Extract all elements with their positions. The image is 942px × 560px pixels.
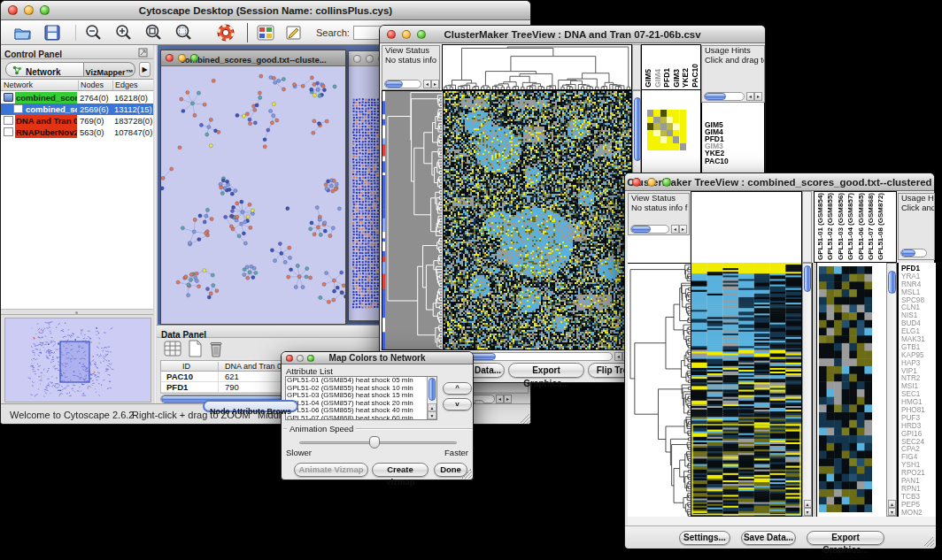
matrix-cell[interactable]	[667, 130, 673, 137]
tab-network[interactable]: Network	[5, 62, 84, 77]
tv1-view-status-scrollbar[interactable]	[384, 80, 439, 88]
tv1-matrix-label[interactable]: PAC10	[705, 157, 729, 165]
matrix-cell[interactable]	[660, 143, 667, 150]
trash-icon[interactable]	[208, 340, 224, 357]
matrix-cell[interactable]	[653, 136, 660, 143]
open-folder-icon[interactable]	[13, 24, 33, 42]
zoom-in-icon[interactable]	[114, 24, 134, 42]
zoom-selected-icon[interactable]	[144, 24, 164, 42]
attribute-item[interactable]: GPL51-07 (GSM868) heat shock 60 min	[287, 415, 413, 420]
node-attribute-browser-tab[interactable]: Node Attribute Brows	[203, 400, 298, 412]
matrix-cell[interactable]	[667, 117, 673, 124]
matrix-cell[interactable]	[673, 136, 679, 143]
tv2-column-label[interactable]: GPL51-02 (GSM855)	[826, 193, 834, 260]
save-data--button[interactable]: Save Data...	[741, 531, 796, 545]
tv2-column-label[interactable]: GPL51-07 (GSM868)	[867, 193, 875, 260]
matrix-cell[interactable]	[660, 136, 667, 143]
tv2-zoom-heatmap[interactable]	[819, 266, 872, 512]
matrix-cell[interactable]	[653, 117, 660, 124]
tv1-column-dendrogram[interactable]	[443, 45, 631, 89]
export-graphics--button[interactable]: Export Graphics...	[508, 363, 584, 378]
matrix-cell[interactable]	[660, 110, 667, 117]
tv1-column-labels[interactable]: GIM5GIM4PFD1GIM3YKE2PAC10	[641, 44, 701, 90]
matrix-cell[interactable]	[667, 136, 673, 143]
tv2-zoom-vscrollbar[interactable]: ▴ ▾	[886, 263, 897, 517]
panel-splitter[interactable]	[1, 309, 153, 315]
matrix-cell[interactable]	[667, 123, 673, 130]
network-row[interactable]: combined_sco2569(6)13112(15)	[1, 104, 153, 115]
matrix-cell[interactable]	[680, 130, 686, 137]
view1-zoom-button[interactable]	[190, 54, 198, 62]
matrix-cell[interactable]	[673, 110, 679, 117]
tv2-resize-grip[interactable]	[924, 537, 934, 547]
matrix-cell[interactable]	[680, 143, 686, 150]
matrix-cell[interactable]	[647, 143, 653, 150]
tv2-heatmap-vscrollbar[interactable]: ▴ ▾	[802, 263, 812, 517]
matrix-cell[interactable]	[667, 110, 673, 117]
tv2-column-label[interactable]: GPL51-06 (GSM865)	[857, 193, 865, 260]
tv1-heatmap[interactable]	[444, 91, 631, 349]
tv1-column-label[interactable]: YKE2	[681, 68, 690, 88]
tv2-gene-list[interactable]: PFD1YRA1RNR4MSL1SPC98CLN1NIS1BUD4ELG1MAK…	[897, 263, 936, 517]
matrix-cell[interactable]	[660, 130, 667, 137]
tv1-column-label[interactable]: PAC10	[691, 64, 699, 88]
create-vizmap-button[interactable]: Create Vizmap	[372, 463, 429, 477]
dialog-titlebar[interactable]: Map Colors to Network	[282, 352, 473, 364]
more-tabs-button[interactable]: ▶	[139, 62, 151, 77]
save-icon[interactable]	[43, 24, 61, 42]
matrix-cell[interactable]	[647, 123, 653, 130]
dialog-minimize-button[interactable]	[297, 355, 304, 362]
network-row[interactable]: RNAPuberNov2+|563(0)107847(0)	[1, 127, 153, 138]
matrix-cell[interactable]	[673, 143, 679, 150]
network-view-1-canvas[interactable]	[161, 66, 345, 324]
view1-close-button[interactable]	[166, 54, 174, 62]
tv1-column-label[interactable]: GIM3	[672, 69, 681, 88]
network-overview[interactable]	[1, 315, 153, 403]
matrix-cell[interactable]	[673, 130, 679, 137]
tv1-minimize-button[interactable]	[402, 30, 411, 39]
matrix-cell[interactable]	[653, 123, 660, 130]
treeview1-titlebar[interactable]: ClusterMaker TreeView : DNA and Tran 07-…	[380, 26, 765, 43]
slider-thumb[interactable]	[369, 436, 380, 449]
new-page-icon[interactable]	[187, 340, 203, 357]
zoom-fit-icon[interactable]	[174, 24, 194, 42]
treeview2-titlebar[interactable]: ClusterMaker TreeView : combined_scores_…	[625, 173, 934, 191]
tv2-column-label[interactable]: GPL51-04 (GSM857)	[846, 193, 854, 260]
tab-vizmapper[interactable]: VizMapper™	[84, 62, 135, 77]
move-up-button[interactable]: ^	[443, 382, 472, 395]
tv2-column-label[interactable]: GPL51-08 (GSM872)	[876, 193, 884, 260]
tv1-zoom-button[interactable]	[417, 30, 426, 39]
vizmapper-icon[interactable]	[256, 24, 275, 42]
tv2-column-labels[interactable]: GPL51-01 (GSM854)GPL51-02 (GSM855)GPL51-…	[814, 191, 897, 263]
network-table-header[interactable]: Network Nodes Edges	[1, 80, 153, 91]
tv1-column-label[interactable]: PFD1	[662, 68, 671, 88]
tv1-close-button[interactable]	[387, 30, 396, 39]
move-down-button[interactable]: v	[443, 398, 472, 410]
network-overview-canvas[interactable]	[4, 318, 151, 403]
network-view-window-1[interactable]: combined_scores_good.txt--cluste...	[160, 50, 346, 325]
tv2-usage-hints-scrollbar[interactable]	[900, 249, 934, 257]
close-button[interactable]	[8, 5, 18, 15]
minimize-button[interactable]	[24, 5, 34, 15]
network-row[interactable]: DNA and Tran 07769(0)183728(0)	[1, 115, 153, 127]
zoom-out-icon[interactable]	[84, 24, 104, 42]
dialog-close-button[interactable]	[286, 355, 293, 362]
tv2-column-label[interactable]: GPL51-01 (GSM854)	[816, 193, 824, 260]
table-grid-icon[interactable]	[164, 341, 181, 357]
matrix-cell[interactable]	[647, 130, 653, 137]
matrix-cell[interactable]	[653, 130, 660, 137]
matrix-cell[interactable]	[667, 143, 673, 150]
tv1-row-dendrogram[interactable]	[382, 91, 442, 349]
dialog-zoom-button[interactable]	[307, 355, 314, 362]
annotation-icon[interactable]	[284, 24, 304, 42]
tv2-zoom-button[interactable]	[662, 178, 671, 187]
animate-vizmap-button[interactable]: Animate Vizmap	[294, 463, 368, 477]
zoom-button[interactable]	[40, 5, 50, 15]
tv1-column-label[interactable]: GIM5	[644, 69, 652, 88]
network-row[interactable]: combined_scores2764(0)16218(0)	[1, 92, 153, 104]
tv1-column-label[interactable]: GIM4	[653, 69, 662, 88]
matrix-cell[interactable]	[680, 136, 686, 143]
view1-minimize-button[interactable]	[178, 54, 186, 62]
attribute-listbox[interactable]: GPL51-01 (GSM854) heat shock 05 minGPL51…	[285, 376, 437, 420]
matrix-cell[interactable]	[680, 117, 686, 124]
